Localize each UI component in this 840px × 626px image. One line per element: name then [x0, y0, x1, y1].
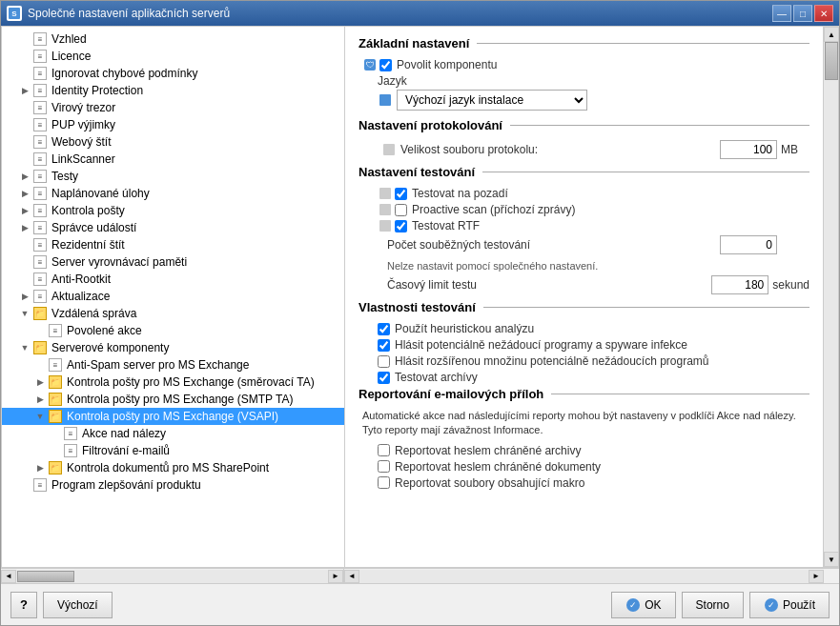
- file-size-input[interactable]: [720, 140, 777, 159]
- hscroll-right-arrow[interactable]: ►: [328, 570, 343, 583]
- enable-component-checkbox[interactable]: [379, 59, 392, 71]
- pup-label: Hlásit potenciálně nežádoucí programy a …: [395, 338, 687, 352]
- scroll-down-arrow[interactable]: ▼: [824, 552, 839, 567]
- tree-item-virovy[interactable]: ▶ ≡ Virový trezor: [2, 99, 344, 116]
- password-docs-checkbox[interactable]: [378, 460, 390, 473]
- expand-kp-icon[interactable]: ▶: [17, 203, 32, 218]
- hscroll-thumb[interactable]: [17, 571, 74, 582]
- file-size-label: Velikost souboru protokolu:: [400, 143, 720, 156]
- basic-settings-section: Základní nastavení: [359, 36, 809, 50]
- tree-item-ignorovat[interactable]: ▶ ≡ Ignorovat chybové podmínky: [2, 65, 344, 82]
- tree-item-filtrovani[interactable]: ▶ ≡ Filtrování e-mailů: [2, 442, 344, 459]
- expand-vzdalena-icon[interactable]: ▼: [17, 306, 32, 321]
- tree-item-vzdalena[interactable]: ▼ 📁 Vzdálená správa: [2, 305, 344, 322]
- left-panel: ▶ ≡ Vzhled ▶ ≡ Licence ▶ ≡ Ignorovat chy…: [2, 27, 345, 567]
- hscroll-right-arrow2[interactable]: ►: [809, 570, 824, 583]
- tree-item-antirootkit[interactable]: ▶ ≡ Anti-Rootkit: [2, 271, 344, 288]
- tree-item-kp-smtp[interactable]: ▶ 📁 Kontrola pošty pro MS Exchange (SMTP…: [2, 391, 344, 408]
- tree-item-akce-nalezy[interactable]: ▶ ≡ Akce nad nálezy: [2, 425, 344, 442]
- enable-component-icon: 🛡: [362, 58, 378, 71]
- tree-item-antispam[interactable]: ▶ ≡ Anti-Spam server pro MS Exchange: [2, 356, 344, 374]
- default-button[interactable]: Výchozí: [43, 592, 113, 618]
- storno-button[interactable]: Storno: [682, 592, 744, 618]
- expand-naplanovane-icon[interactable]: ▶: [17, 186, 32, 201]
- tree-item-kp[interactable]: ▶ ≡ Kontrola pošty: [2, 202, 344, 219]
- maximize-button[interactable]: □: [793, 5, 812, 22]
- hscroll-left-arrow2[interactable]: ◄: [344, 570, 359, 583]
- expand-kp-smtp-icon[interactable]: ▶: [32, 392, 48, 407]
- concurrent-input[interactable]: [720, 235, 777, 254]
- expand-kp-smerujici-icon[interactable]: ▶: [32, 374, 48, 390]
- svg-rect-5: [383, 144, 395, 155]
- tree-item-kp-vsapi[interactable]: ▼ 📁 Kontrola pošty pro MS Exchange (VSAP…: [2, 408, 344, 425]
- minimize-button[interactable]: —: [772, 5, 791, 22]
- expand-kd-sharepoint-icon[interactable]: ▶: [32, 460, 48, 475]
- close-button[interactable]: ✕: [814, 5, 833, 22]
- tree-item-webovy[interactable]: ▶ ≡ Webový štít: [2, 133, 344, 151]
- tree-item-server-pameti[interactable]: ▶ ≡ Server vyrovnávací paměti: [2, 253, 344, 271]
- background-test-label: Testovat na pozadí: [412, 187, 508, 200]
- expand-aktualizace-icon[interactable]: ▶: [17, 289, 32, 304]
- pouzit-button[interactable]: ✓ Použít: [749, 592, 830, 618]
- page-icon: ≡: [32, 169, 48, 184]
- scroll-up-arrow[interactable]: ▲: [824, 27, 839, 42]
- tree-item-kd-sharepoint[interactable]: ▶ 📁 Kontrola dokumentů pro MS SharePoint: [2, 459, 344, 476]
- tree-item-aktualizace[interactable]: ▶ ≡ Aktualizace: [2, 288, 344, 305]
- scroll-thumb[interactable]: [825, 42, 838, 80]
- background-test-row: Testovat na pozadí: [359, 187, 809, 200]
- tree-item-licence[interactable]: ▶ ≡ Licence: [2, 48, 344, 65]
- tree-item-pup[interactable]: ▶ ≡ PUP výjimky: [2, 116, 344, 133]
- language-icon: [378, 94, 393, 106]
- proactive-scan-label: Proactive scan (příchozí zprávy): [412, 203, 575, 216]
- tree-item-identity[interactable]: ▶ ≡ Identity Protection: [2, 82, 344, 99]
- tree-item-naplanovane[interactable]: ▶ ≡ Naplánované úlohy: [2, 185, 344, 202]
- tree-item-vzhled[interactable]: ▶ ≡ Vzhled: [2, 30, 344, 48]
- expand-spravce-icon[interactable]: ▶: [17, 220, 32, 235]
- page-icon: ≡: [32, 477, 48, 493]
- test-rtf-checkbox[interactable]: [395, 220, 407, 232]
- testing-title: Nastavení testování: [359, 165, 482, 179]
- language-select[interactable]: Výchozí jazyk instalace: [397, 90, 587, 111]
- tree-item-linkscanner[interactable]: ▶ ≡ LinkScanner: [2, 151, 344, 168]
- pup-extended-label: Hlásit rozšířenou množinu potenciálně ne…: [395, 354, 709, 368]
- hscroll-left-arrow[interactable]: ◄: [1, 570, 16, 583]
- tree-item-povolene[interactable]: ▶ ≡ Povolené akce: [2, 322, 344, 339]
- background-test-checkbox[interactable]: [395, 188, 407, 200]
- email-title: Reportování e-mailových příloh: [359, 387, 551, 401]
- tree-item-spravce[interactable]: ▶ ≡ Správce událostí: [2, 219, 344, 236]
- right-scrollbar[interactable]: ▲ ▼: [823, 27, 838, 567]
- time-limit-input[interactable]: [711, 275, 768, 294]
- expand-identity-icon[interactable]: ▶: [17, 83, 32, 98]
- email-section: Reportování e-mailových příloh: [359, 387, 809, 401]
- password-archives-checkbox[interactable]: [378, 444, 390, 456]
- page-icon: ≡: [63, 426, 78, 441]
- tree-item-kp-smerujici[interactable]: ▶ 📁 Kontrola pošty pro MS Exchange (směr…: [2, 374, 344, 391]
- ok-button[interactable]: ✓ OK: [611, 592, 675, 618]
- tree-item-testy[interactable]: ▶ ≡ Testy: [2, 168, 344, 185]
- help-button[interactable]: ?: [10, 592, 37, 618]
- page-icon: ≡: [32, 151, 48, 167]
- password-archives-label: Reportovat heslem chráněné archivy: [395, 444, 581, 457]
- pouzit-button-label: Použít: [783, 598, 815, 612]
- macro-files-checkbox[interactable]: [378, 476, 390, 489]
- hscroll-track: [16, 570, 328, 583]
- tree-item-program-zlepsovani[interactable]: ▶ ≡ Program zlepšování produktu: [2, 476, 344, 494]
- right-hscroll[interactable]: ◄ ►: [344, 569, 824, 583]
- properties-section: Vlastnosti testování: [359, 300, 809, 314]
- time-limit-label: Časový limit testu: [387, 278, 711, 292]
- expand-serverove-icon[interactable]: ▼: [17, 340, 32, 355]
- page-icon: ≡: [48, 323, 63, 338]
- scroll-track[interactable]: [824, 42, 838, 552]
- archives-checkbox[interactable]: [378, 372, 390, 384]
- proactive-scan-checkbox[interactable]: [395, 204, 407, 216]
- pup-extended-checkbox[interactable]: [378, 355, 390, 368]
- left-hscroll[interactable]: ◄ ►: [1, 569, 344, 583]
- tree-item-rezidentni[interactable]: ▶ ≡ Rezidentní štít: [2, 236, 344, 253]
- expand-testy-icon[interactable]: ▶: [17, 169, 32, 184]
- tree-item-serverove[interactable]: ▼ 📁 Serverové komponenty: [2, 339, 344, 356]
- background-icon: [378, 188, 393, 199]
- pup-extended-row: Hlásit rozšířenou množinu potenciálně ne…: [359, 354, 809, 368]
- heuristic-checkbox[interactable]: [378, 323, 390, 335]
- expand-kp-vsapi-icon[interactable]: ▼: [32, 409, 48, 424]
- pup-checkbox[interactable]: [378, 339, 390, 352]
